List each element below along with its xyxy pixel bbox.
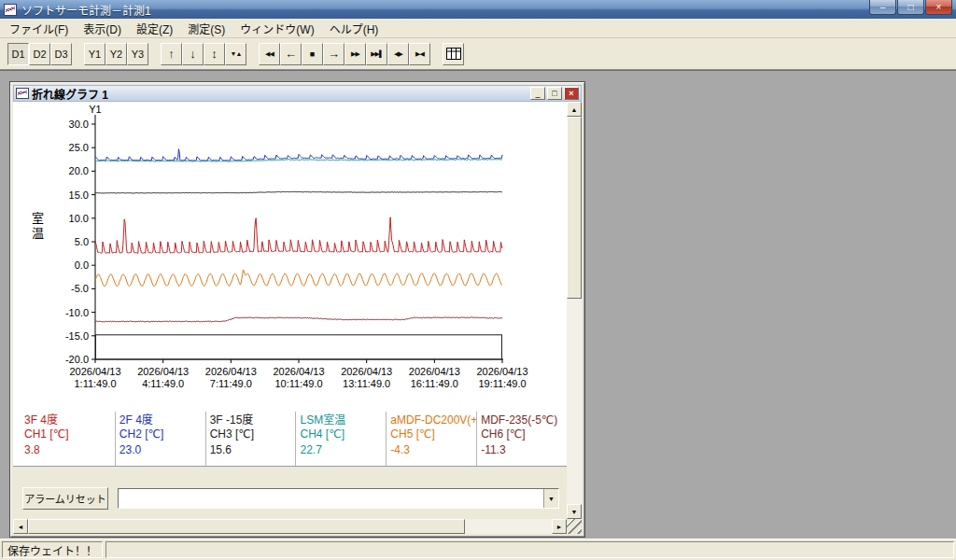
svg-text:5.0: 5.0 [75,236,89,247]
scroll-up-button[interactable]: ↑ [161,43,182,65]
graph-window-title: 折れ線グラフ 1 [32,86,108,102]
statusbar: 保存ウェイト！！ [0,539,956,560]
svg-text:2026/04/13: 2026/04/13 [409,366,460,377]
fit-y-button[interactable]: ▼▲ [225,43,246,65]
svg-text:2026/04/13: 2026/04/13 [476,366,527,377]
channel-legend-item: MDF-235(-5℃) CH6 [℃] -11.3 [476,412,567,466]
svg-text:1:11:49.0: 1:11:49.0 [74,378,116,389]
step-back-button[interactable]: ← [280,43,302,65]
graph-close-button[interactable]: × [564,87,579,100]
stop-button[interactable]: ■ [302,43,323,65]
svg-text:10.0: 10.0 [69,213,89,224]
mdi-workspace: 折れ線グラフ 1 _ □ × Y130.025.020.015.010.05.0… [0,70,956,539]
graph-window-icon [16,88,29,99]
maximize-button[interactable]: □ [897,0,924,15]
graph-window-titlebar[interactable]: 折れ線グラフ 1 _ □ × [13,85,582,102]
expand-x-button[interactable]: ◀▶ [387,43,409,65]
channel-name: aMDF-DC200V(+2 [390,413,476,427]
y2-button[interactable]: Y2 [105,43,127,65]
dropdown-arrow-icon[interactable]: ▼ [543,489,558,508]
close-button[interactable]: × [925,0,952,15]
horizontal-scrollbar[interactable]: ◄ ► [13,519,567,534]
channel-id: CH1 [℃] [24,427,115,441]
channel-id: CH4 [℃] [300,427,386,441]
scroll-left-arrow-icon[interactable]: ◄ [13,519,28,534]
menu-file[interactable]: ファイル(F) [2,19,76,38]
scroll-down-button[interactable]: ↓ [182,43,204,65]
svg-text:25.0: 25.0 [69,142,89,153]
line-graph-icon [446,48,461,60]
graph-minimize-button[interactable]: _ [530,87,545,100]
fast-forward-button[interactable]: ▶▶ [344,43,366,65]
svg-text:10:11:49.0: 10:11:49.0 [274,378,322,389]
window-controls: – □ × [869,0,952,19]
channel-value: 22.7 [300,443,386,457]
channel-legend-item: 3F 4度 CH1 [℃] 3.8 [24,412,115,466]
alarm-reset-button[interactable]: アラームリセット [22,487,108,510]
status-extra [105,541,954,558]
channel-value: -11.3 [481,443,567,457]
svg-text:-15.0: -15.0 [65,330,89,342]
scroll-right-arrow-icon[interactable]: ► [552,519,567,534]
svg-text:4:11:49.0: 4:11:49.0 [142,378,184,389]
svg-text:0.0: 0.0 [75,259,89,271]
minimize-button[interactable]: – [869,0,896,15]
message-input[interactable] [119,489,543,508]
expand-y-button[interactable]: ↕ [204,43,225,65]
d3-button[interactable]: D3 [50,43,72,65]
svg-text:19:11:49.0: 19:11:49.0 [478,378,526,389]
scroll-down-arrow-icon[interactable]: ▼ [567,504,582,519]
d1-button[interactable]: D1 [7,43,29,65]
toolbar-separator [430,38,443,69]
channel-name: 3F -15度 [210,413,296,427]
skip-to-end-button[interactable]: ▶▶▌ [366,43,387,65]
chart-area: Y130.025.020.015.010.05.00.0-5.0-10.0-15… [13,102,567,466]
y-axis-unit-label: 室温 [28,212,46,242]
scroll-up-arrow-icon[interactable]: ▲ [567,102,582,117]
channel-legend-item: 2F 4度 CH2 [℃] 23.0 [115,412,205,466]
svg-text:Y1: Y1 [89,104,101,115]
menubar: ファイル(F) 表示(D) 設定(Z) 測定(S) ウィンドウ(W) ヘルプ(H… [0,19,956,38]
channel-id: CH5 [℃] [390,427,476,441]
channel-value: 3.8 [24,443,115,457]
app-icon [4,4,17,16]
svg-text:2026/04/13: 2026/04/13 [137,366,189,377]
menu-measure[interactable]: 測定(S) [180,19,232,38]
svg-text:13:11:49.0: 13:11:49.0 [343,378,390,389]
svg-text:-10.0: -10.0 [65,307,89,318]
resize-grip[interactable] [567,519,582,534]
horizontal-scrollbar-thumb[interactable] [28,519,465,534]
graph-window-controls: _ □ × [530,87,579,100]
menu-view[interactable]: 表示(D) [76,19,129,38]
channel-value: -4.3 [390,443,476,457]
vertical-scrollbar-thumb[interactable] [567,117,582,299]
compress-x-button[interactable]: ▶◀ [409,43,430,65]
graph-maximize-button[interactable]: □ [547,87,562,100]
svg-text:7:11:49.0: 7:11:49.0 [210,378,252,389]
channel-value: 15.6 [210,443,296,457]
menu-window[interactable]: ウィンドウ(W) [232,19,321,38]
svg-text:2026/04/13: 2026/04/13 [205,366,257,377]
channel-name: LSM室温 [300,413,386,427]
channel-name: MDF-235(-5℃) [481,413,567,427]
menu-settings[interactable]: 設定(Z) [129,19,180,38]
svg-text:2026/04/13: 2026/04/13 [69,366,120,377]
y3-button[interactable]: Y3 [127,43,148,65]
svg-text:20.0: 20.0 [69,165,89,176]
svg-text:2026/04/13: 2026/04/13 [273,366,324,377]
d2-button[interactable]: D2 [29,43,50,65]
vertical-scrollbar[interactable]: ▲ ▼ [567,102,582,519]
y1-button[interactable]: Y1 [84,43,105,65]
step-forward-button[interactable]: → [323,43,344,65]
status-message: 保存ウェイト！！ [2,541,103,558]
svg-text:-5.0: -5.0 [71,283,89,294]
channel-legend-item: LSM室温 CH4 [℃] 22.7 [295,412,386,466]
graph-table-button[interactable] [443,43,464,65]
menu-help[interactable]: ヘルプ(H) [322,19,387,38]
graph-window-body: Y130.025.020.015.010.05.00.0-5.0-10.0-15… [13,102,582,534]
fast-rewind-button[interactable]: ◀◀ [259,43,280,65]
window-title: ソフトサーモ計測－計測1 [21,2,151,18]
titlebar[interactable]: ソフトサーモ計測－計測1 – □ × [0,0,956,19]
channel-id: CH2 [℃] [120,427,205,441]
toolbar: D1 D2 D3 Y1 Y2 Y3 ↑ ↓ ↕ ▼▲ ◀◀ ← ■ → ▶▶ ▶… [0,38,956,70]
